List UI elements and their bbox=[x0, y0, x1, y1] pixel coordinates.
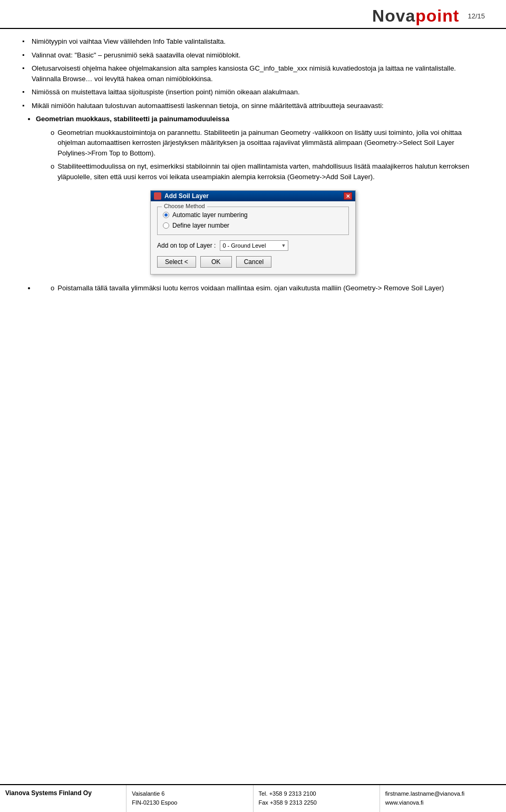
footer-tel-fax: Tel. +358 9 2313 2100 Fax +358 9 2313 22… bbox=[254, 785, 380, 812]
fax-number: Fax +358 9 2313 2250 bbox=[259, 798, 374, 808]
chevron-down-icon: ▼ bbox=[281, 243, 286, 248]
radio-define[interactable]: Define layer number bbox=[163, 222, 343, 229]
ok-button[interactable]: OK bbox=[200, 256, 232, 268]
outer-bullet-list: Geometrian muokkaus, stabiliteetti ja pa… bbox=[21, 114, 485, 182]
dialog-buttons: Select < OK Cancel bbox=[157, 256, 349, 268]
cancel-button[interactable]: Cancel bbox=[236, 256, 271, 268]
select-button[interactable]: Select < bbox=[157, 256, 196, 268]
add-soil-layer-dialog: Add Soil Layer ✕ Choose Method Automatic… bbox=[150, 190, 356, 275]
choose-method-group: Choose Method Automatic layer numbering … bbox=[157, 207, 349, 235]
radio-automatic[interactable]: Automatic layer numbering bbox=[163, 211, 343, 219]
post-dialog-text: Poistamalla tällä tavalla ylimmäksi luot… bbox=[57, 283, 485, 294]
dialog-body: Choose Method Automatic layer numbering … bbox=[151, 201, 355, 274]
layer-label: Add on top of Layer : bbox=[157, 242, 216, 249]
email-address: firstname.lastname@vianova.fi bbox=[385, 789, 501, 799]
sub-para-text: Geometrian muokkaustoimintoja on paranne… bbox=[57, 128, 485, 159]
sub-paragraph-1: o Geometrian muokkaustoimintoja on paran… bbox=[51, 128, 485, 159]
group-label: Choose Method bbox=[162, 203, 207, 209]
page-header: Novapoint 12/15 bbox=[0, 0, 506, 29]
main-bullet-list: Nimiötyypin voi vaihtaa View välilehden … bbox=[21, 36, 485, 111]
o-bullet: o bbox=[51, 283, 54, 294]
footer-contact: firstname.lastname@vianova.fi www.vianov… bbox=[380, 785, 506, 812]
dialog-titlebar: Add Soil Layer ✕ bbox=[151, 191, 355, 201]
layer-row: Add on top of Layer : 0 - Ground Level ▼ bbox=[157, 240, 349, 251]
list-item: Valinnat ovat: "Basic" – perusnimiö sekä… bbox=[21, 50, 485, 61]
dialog-wrapper: Add Soil Layer ✕ Choose Method Automatic… bbox=[21, 190, 485, 275]
tel-number: Tel. +358 9 2313 2100 bbox=[259, 789, 374, 799]
post-dialog-para: o Poistamalla tällä tavalla ylimmäksi lu… bbox=[51, 283, 485, 294]
titlebar-left: Add Soil Layer bbox=[154, 192, 209, 200]
layer-select-value: 0 - Ground Level bbox=[222, 242, 266, 249]
radio-label-define: Define layer number bbox=[172, 222, 229, 229]
footer-address: Vaisalantie 6 FIN-02130 Espoo bbox=[126, 785, 253, 812]
radio-button-automatic[interactable] bbox=[163, 212, 169, 218]
list-item: Oletusarvoisesti ohjelma hakee ohjelmaka… bbox=[21, 63, 485, 84]
page-number: 12/15 bbox=[468, 12, 485, 20]
sub-para-text: Stabiliteettimoduulissa on nyt, esimerki… bbox=[57, 161, 485, 182]
address-line-1: Vaisalantie 6 bbox=[132, 789, 247, 799]
company-name: Vianova Systems Finland Oy bbox=[5, 789, 121, 797]
dialog-title: Add Soil Layer bbox=[164, 192, 209, 200]
list-item: Nimiötyypin voi vaihtaa View välilehden … bbox=[21, 36, 485, 47]
dialog-close-button[interactable]: ✕ bbox=[344, 192, 352, 200]
page-footer: Vianova Systems Finland Oy Vaisalantie 6… bbox=[0, 784, 506, 812]
layer-select-dropdown[interactable]: 0 - Ground Level ▼ bbox=[220, 240, 288, 251]
section-heading: Geometrian muokkaus, stabiliteetti ja pa… bbox=[36, 115, 229, 123]
address-line-2: FIN-02130 Espoo bbox=[132, 798, 247, 808]
list-item: Mikäli nimiöön halutaan tulostuvan autom… bbox=[21, 101, 485, 111]
list-item: o Poistamalla tällä tavalla ylimmäksi lu… bbox=[36, 283, 485, 294]
o-bullet: o bbox=[51, 128, 54, 159]
post-dialog-list: o Poistamalla tällä tavalla ylimmäksi lu… bbox=[21, 283, 485, 294]
logo-area: Novapoint 12/15 bbox=[372, 6, 485, 26]
main-content: Nimiötyypin voi vaihtaa View välilehden … bbox=[0, 34, 506, 308]
radio-button-define[interactable] bbox=[163, 222, 169, 229]
list-item: Nimiössä on muistettava laittaa sijoitus… bbox=[21, 87, 485, 97]
logo: Novapoint bbox=[372, 6, 459, 26]
o-bullet: o bbox=[51, 161, 54, 182]
app-icon bbox=[154, 192, 161, 200]
sub-paragraph-2: o Stabiliteettimoduulissa on nyt, esimer… bbox=[51, 161, 485, 182]
website: www.vianova.fi bbox=[385, 798, 501, 808]
footer-company: Vianova Systems Finland Oy bbox=[0, 785, 126, 812]
radio-label-automatic: Automatic layer numbering bbox=[172, 211, 248, 219]
list-item: Geometrian muokkaus, stabiliteetti ja pa… bbox=[36, 114, 485, 182]
